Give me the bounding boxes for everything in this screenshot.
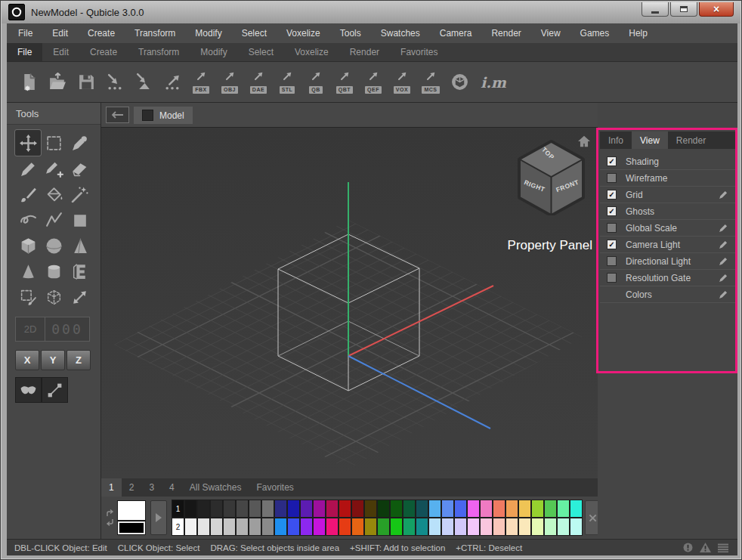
edit-resolution-gate-button[interactable]: [718, 273, 728, 283]
swatch[interactable]: [197, 518, 210, 536]
close-button[interactable]: ×: [699, 2, 734, 17]
swatch[interactable]: [531, 500, 544, 518]
tool-pyramid[interactable]: [66, 233, 92, 258]
warning-icon[interactable]: [700, 543, 711, 552]
menu-render[interactable]: Render: [491, 28, 521, 39]
swatch[interactable]: [505, 518, 518, 536]
checkbox-directional-light[interactable]: [607, 256, 617, 266]
tab-info[interactable]: Info: [600, 131, 632, 149]
export-qb-button[interactable]: QB: [301, 65, 330, 100]
im-logo[interactable]: i.m: [474, 74, 513, 91]
swatch[interactable]: [223, 500, 236, 518]
tab-render[interactable]: Render: [668, 131, 714, 149]
swatch[interactable]: [339, 500, 351, 518]
swatch[interactable]: [505, 500, 518, 518]
menu-swatches[interactable]: Swatches: [381, 28, 420, 39]
swatch[interactable]: [467, 500, 480, 518]
swatch[interactable]: [364, 518, 377, 536]
swatch[interactable]: [287, 500, 300, 518]
swatch[interactable]: [377, 518, 390, 536]
ribbon-tab-favorites[interactable]: Favorites: [390, 43, 448, 61]
maximize-button[interactable]: [670, 2, 697, 17]
swatch[interactable]: [236, 518, 249, 536]
swatch[interactable]: [570, 500, 583, 518]
save-button[interactable]: [72, 65, 100, 100]
axis-z-button[interactable]: Z: [66, 350, 91, 370]
tool-magic-wand[interactable]: [66, 181, 92, 207]
ribbon-tab-modify[interactable]: Modify: [190, 43, 237, 61]
swatch[interactable]: [454, 518, 467, 536]
tool-pencil[interactable]: [15, 156, 41, 181]
swatch-tab-1[interactable]: 1: [101, 478, 122, 497]
swatch[interactable]: [223, 518, 236, 536]
swatch[interactable]: [210, 518, 223, 536]
menu-help[interactable]: Help: [629, 28, 648, 39]
checkbox-shading[interactable]: ✓: [607, 156, 617, 166]
export-qef-button[interactable]: QEF: [359, 65, 388, 100]
export-qbt-button[interactable]: QBT: [330, 65, 359, 100]
edit-camera-light-button[interactable]: [718, 240, 728, 249]
swatch[interactable]: [493, 500, 505, 518]
swatch[interactable]: [339, 518, 351, 536]
swatch-tab-2[interactable]: 2: [122, 478, 142, 497]
edit-grid-button[interactable]: [718, 190, 728, 200]
ribbon-tab-edit[interactable]: Edit: [42, 43, 79, 61]
menu-select[interactable]: Select: [242, 28, 267, 39]
ribbon-tab-transform[interactable]: Transform: [128, 43, 190, 61]
ribbon-tab-select[interactable]: Select: [238, 43, 284, 61]
axis-x-button[interactable]: X: [15, 350, 39, 370]
tool-cylinder[interactable]: [41, 258, 66, 284]
checkbox-ghosts[interactable]: ✓: [607, 206, 617, 216]
tool-paint-select[interactable]: [15, 284, 41, 310]
swatch[interactable]: [313, 500, 326, 518]
swatch[interactable]: [274, 518, 287, 536]
swatch[interactable]: [261, 500, 274, 518]
menu-file[interactable]: File: [18, 28, 32, 39]
swatch[interactable]: [249, 500, 261, 518]
mask-toggle-button[interactable]: [15, 377, 42, 403]
swatch[interactable]: [557, 518, 570, 536]
swatch[interactable]: [480, 518, 493, 536]
import-button[interactable]: [100, 65, 129, 100]
export-vox-button[interactable]: VOX: [388, 65, 416, 100]
swatch[interactable]: [518, 500, 531, 518]
edit-directional-light-button[interactable]: [718, 256, 728, 266]
swatch[interactable]: [326, 518, 339, 536]
swatch[interactable]: [300, 518, 313, 536]
swatch-tab-4[interactable]: 4: [162, 478, 182, 497]
viewport-3d[interactable]: Property Panel TOP RIGHT FRONT: [101, 128, 598, 478]
orientation-cube[interactable]: TOP RIGHT FRONT: [518, 140, 585, 215]
ribbon-tab-create[interactable]: Create: [79, 43, 128, 61]
edit-global-scale-button[interactable]: [718, 223, 728, 233]
swap-colors-icon[interactable]: [105, 509, 115, 530]
swatch[interactable]: [570, 518, 583, 536]
minimize-button[interactable]: [642, 2, 669, 17]
swatch[interactable]: [480, 500, 493, 518]
swatch[interactable]: [416, 518, 428, 536]
swatch[interactable]: [467, 518, 480, 536]
import-mesh-button[interactable]: [129, 65, 158, 100]
menu-games[interactable]: Games: [580, 28, 610, 39]
color-arrow-button[interactable]: [150, 500, 167, 535]
checkbox-grid[interactable]: ✓: [607, 190, 617, 200]
swatch[interactable]: [313, 518, 326, 536]
swatch[interactable]: [274, 500, 287, 518]
swatch[interactable]: [428, 518, 441, 536]
tool-sphere[interactable]: [41, 233, 66, 258]
swatch[interactable]: [544, 500, 557, 518]
menu-tools[interactable]: Tools: [340, 28, 361, 39]
export-obj-button[interactable]: OBJ: [215, 65, 244, 100]
back-button[interactable]: [106, 107, 129, 123]
checkbox-global-scale[interactable]: [607, 223, 617, 233]
swatch[interactable]: [351, 518, 364, 536]
swatch[interactable]: [197, 500, 210, 518]
swatch[interactable]: [300, 500, 313, 518]
tool-box[interactable]: [15, 233, 41, 258]
ribbon-tab-voxelize[interactable]: Voxelize: [284, 43, 339, 61]
swatch[interactable]: [403, 518, 416, 536]
tool-fill-bucket[interactable]: [41, 181, 66, 207]
error-icon[interactable]: [683, 543, 693, 552]
axis-y-button[interactable]: Y: [41, 350, 65, 370]
tool-rectangle[interactable]: [66, 207, 92, 233]
export-stl-button[interactable]: STL: [273, 65, 301, 100]
